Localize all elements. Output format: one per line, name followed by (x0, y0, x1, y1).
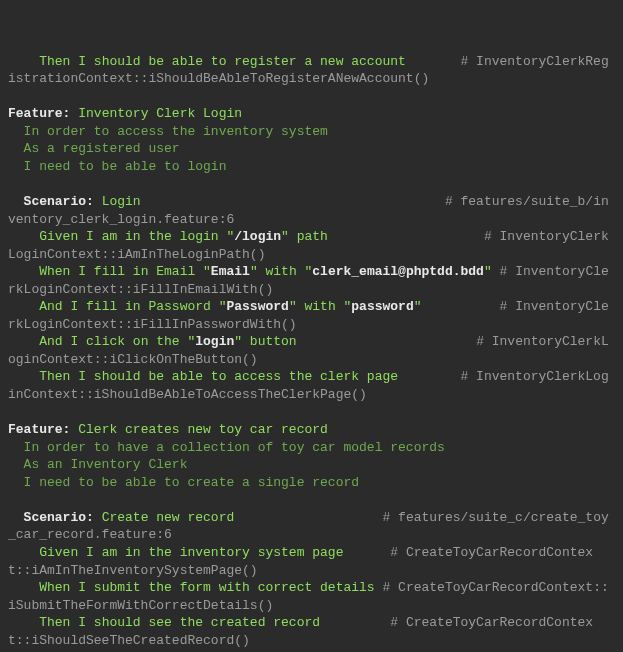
feature-title: Clerk creates new toy car record (78, 422, 328, 437)
step-arg: login (195, 334, 234, 349)
scenario-title: Login (102, 194, 141, 209)
step-text: " (484, 264, 492, 279)
feature-narrative: In order to access the inventory system (24, 124, 328, 139)
step-text: Then I should be able to access the cler… (39, 369, 398, 384)
step-arg: Email (211, 264, 250, 279)
step-text: " (414, 299, 422, 314)
step-text: Then I should see the created record (39, 615, 320, 630)
step-text: And I fill in Password " (39, 299, 226, 314)
scenario-title: Create new record (102, 510, 235, 525)
feature-narrative: In order to have a collection of toy car… (24, 440, 445, 455)
feature-keyword: Feature: (8, 422, 70, 437)
step-text: " with " (250, 264, 312, 279)
scenario-keyword: Scenario: (24, 510, 94, 525)
feature-narrative: I need to be able to login (24, 159, 227, 174)
step-text: And I click on the " (39, 334, 195, 349)
feature-title: Inventory Clerk Login (78, 106, 242, 121)
feature-narrative: As a registered user (24, 141, 180, 156)
step-text: " button (234, 334, 296, 349)
step-text: When I fill in Email " (39, 264, 211, 279)
feature-narrative: I need to be able to create a single rec… (24, 475, 359, 490)
feature-keyword: Feature: (8, 106, 70, 121)
step-arg: clerk_email@phptdd.bdd (312, 264, 484, 279)
step-text: " path (281, 229, 328, 244)
behat-terminal-output: Then I should be able to register a new … (0, 53, 623, 652)
step-arg: Password (226, 299, 288, 314)
step-arg: /login (234, 229, 281, 244)
step-text: When I submit the form with correct deta… (39, 580, 374, 595)
step-text: " with " (289, 299, 351, 314)
step-text: Given I am in the login " (39, 229, 234, 244)
scenario-location: # features/suite_b/inventory_clerk_login… (8, 194, 609, 227)
step-text: Given I am in the inventory system page (39, 545, 343, 560)
step-text: Then I should be able to register a new … (39, 54, 406, 69)
feature-narrative: As an Inventory Clerk (24, 457, 188, 472)
step-arg: password (351, 299, 413, 314)
scenario-keyword: Scenario: (24, 194, 94, 209)
scenario-location: # features/suite_c/create_toy_car_record… (8, 510, 609, 543)
